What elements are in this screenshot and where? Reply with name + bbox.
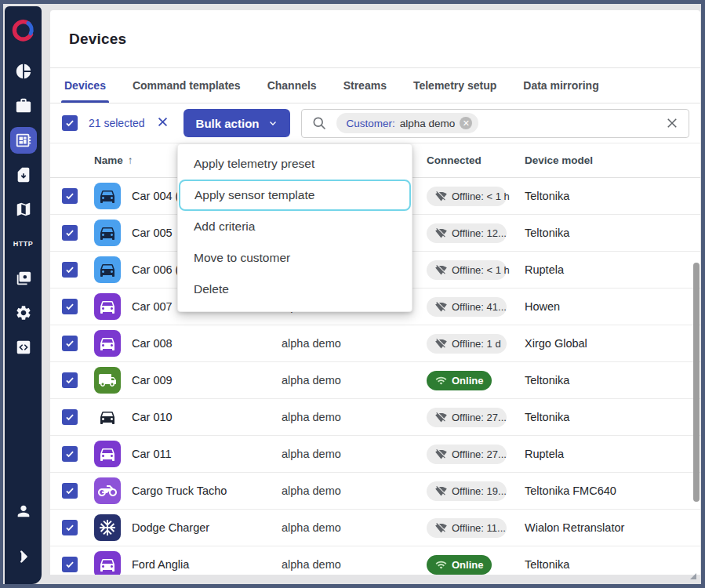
- tab-telemetry-setup[interactable]: Telemetry setup: [413, 68, 496, 103]
- status-badge: Offline: 19...: [427, 481, 507, 501]
- tab-devices[interactable]: Devices: [64, 68, 106, 103]
- device-model-cell: Teltonika FMC640: [517, 485, 700, 497]
- row-checkbox[interactable]: [62, 225, 78, 241]
- sidebar-item-devices[interactable]: [10, 127, 37, 154]
- table-row[interactable]: Car 010alpha demoOffline: 27...Teltonika: [50, 399, 700, 436]
- resize-grip[interactable]: [690, 573, 696, 579]
- sidebar-item-code-box[interactable]: [10, 334, 37, 361]
- device-model-cell: Teltonika: [517, 558, 700, 571]
- status-label: Offline: < 1 h: [452, 191, 510, 202]
- device-name: Car 008: [132, 337, 173, 350]
- status-badge: Online: [427, 371, 492, 390]
- menu-item-add-criteria[interactable]: Add criteria: [178, 211, 412, 242]
- device-name-cell: Car 009: [88, 367, 282, 394]
- device-type-car-icon: [94, 330, 121, 357]
- row-checkbox[interactable]: [62, 336, 78, 351]
- tab-channels[interactable]: Channels: [267, 68, 317, 103]
- wifi-icon: [435, 375, 447, 387]
- vertical-scrollbar[interactable]: [693, 263, 700, 502]
- status-badge: Offline: 41...: [427, 297, 507, 317]
- table-row[interactable]: Ford Angliaalpha demoOnlineTeltonika: [50, 546, 700, 575]
- sidebar-item-settings[interactable]: [10, 299, 37, 326]
- connected-cell: Offline: 1 d: [427, 334, 517, 354]
- device-model-cell: Teltonika: [517, 190, 700, 202]
- column-header-connected[interactable]: Connected: [427, 154, 517, 166]
- selected-count: 21 selected: [89, 117, 145, 129]
- customer-cell: alpha demo: [282, 411, 427, 423]
- device-name: Car 010: [132, 411, 173, 423]
- row-checkbox[interactable]: [62, 372, 78, 388]
- table-row[interactable]: Car 011alpha demoOffline: 27...Ruptela: [50, 436, 700, 473]
- wifi-off-icon: [435, 412, 447, 423]
- device-model-cell: Ruptela: [517, 263, 700, 276]
- table-row[interactable]: Dodge Chargeralpha demoOffline: 11...Wia…: [50, 510, 700, 546]
- device-type-car-icon: [94, 183, 121, 209]
- row-checkbox[interactable]: [62, 557, 78, 572]
- device-type-car-icon: [94, 293, 121, 320]
- clear-selection-icon[interactable]: [156, 115, 169, 131]
- filter-chip-customer[interactable]: Customer: alpha demo ✕: [336, 113, 478, 133]
- tab-command-templates[interactable]: Command templates: [133, 68, 241, 103]
- sidebar-item-expand[interactable]: [10, 543, 37, 570]
- device-type-car-icon: [94, 256, 121, 283]
- menu-item-move-to-customer[interactable]: Move to customer: [178, 242, 412, 274]
- table-row[interactable]: Car 009alpha demoOnlineTeltonika: [50, 362, 700, 399]
- customer-cell: alpha demo: [282, 337, 427, 350]
- status-label: Offline: 19...: [452, 485, 507, 497]
- filter-chip-field: Customer:: [346, 118, 394, 129]
- row-checkbox[interactable]: [62, 520, 78, 535]
- row-checkbox-cell: [50, 225, 88, 241]
- status-label: Offline: 1 d: [452, 338, 501, 350]
- connected-cell: Offline: 12...: [427, 223, 517, 243]
- device-name: Car 007: [132, 300, 173, 313]
- tab-data-mirroring[interactable]: Data mirroring: [523, 68, 598, 103]
- device-name: Car 009: [132, 374, 173, 387]
- row-checkbox[interactable]: [62, 409, 78, 425]
- row-checkbox[interactable]: [62, 483, 78, 499]
- search-clear-icon[interactable]: [665, 116, 679, 130]
- row-checkbox[interactable]: [62, 299, 78, 314]
- device-model-cell: Teltonika: [517, 374, 700, 387]
- status-badge: Offline: 1 d: [427, 334, 507, 354]
- page-header: Devices: [50, 10, 700, 68]
- select-all-checkbox[interactable]: [62, 115, 78, 131]
- menu-item-apply-sensor-template[interactable]: Apply sensor template: [179, 180, 411, 211]
- row-checkbox[interactable]: [62, 188, 78, 204]
- status-badge: Offline: < 1 h: [427, 260, 507, 280]
- sidebar-item-media[interactable]: [10, 265, 37, 292]
- connected-cell: Offline: < 1 h: [427, 260, 517, 280]
- status-badge: Offline: 27...: [427, 408, 507, 427]
- bulk-action-button[interactable]: Bulk action: [184, 109, 291, 137]
- row-checkbox-cell: [50, 557, 88, 572]
- tab-streams[interactable]: Streams: [343, 68, 387, 103]
- page-title: Devices: [69, 31, 126, 48]
- connected-cell: Offline: 19...: [427, 481, 517, 501]
- device-model-cell: Ruptela: [517, 448, 700, 460]
- wifi-off-icon: [435, 227, 447, 239]
- filter-chip-remove-icon[interactable]: ✕: [460, 117, 472, 129]
- device-model-cell: Xirgo Global: [517, 337, 700, 350]
- app-logo[interactable]: [10, 17, 37, 44]
- wifi-off-icon: [435, 338, 447, 350]
- customer-cell: alpha demo: [282, 521, 427, 534]
- sidebar-item-pie-chart[interactable]: [10, 58, 37, 85]
- device-name-cell: Cargo Truck Tacho: [88, 477, 282, 504]
- column-header-device-model[interactable]: Device model: [517, 154, 700, 166]
- row-checkbox[interactable]: [62, 262, 78, 278]
- sidebar-item-briefcase[interactable]: [10, 93, 37, 119]
- table-row[interactable]: Cargo Truck Tachoalpha demoOffline: 19..…: [50, 473, 700, 510]
- bulk-action-menu: Apply telemetry presetApply sensor templ…: [177, 143, 412, 312]
- row-checkbox[interactable]: [62, 446, 78, 462]
- wifi-icon: [435, 559, 447, 571]
- sidebar-item-map[interactable]: [10, 196, 37, 223]
- sidebar-item-http[interactable]: HTTP: [10, 230, 37, 257]
- menu-item-delete[interactable]: Delete: [178, 274, 412, 305]
- table-row[interactable]: Car 008alpha demoOffline: 1 dXirgo Globa…: [50, 325, 700, 362]
- wifi-off-icon: [435, 522, 447, 534]
- row-checkbox-cell: [50, 299, 88, 314]
- sidebar-item-sim-card[interactable]: [10, 162, 37, 188]
- search-input[interactable]: Customer: alpha demo ✕: [301, 109, 689, 138]
- search-icon: [311, 115, 327, 131]
- menu-item-apply-telemetry-preset[interactable]: Apply telemetry preset: [178, 148, 412, 180]
- sidebar-item-user[interactable]: [10, 498, 37, 524]
